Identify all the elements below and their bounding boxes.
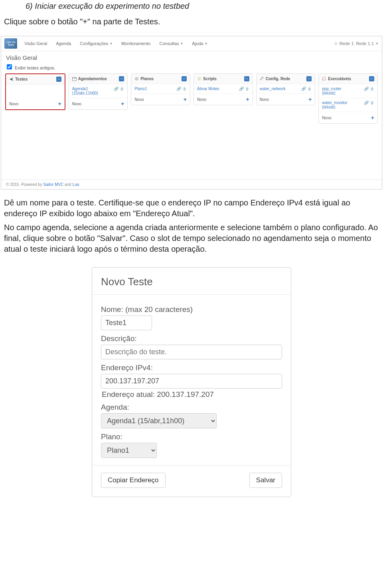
list-item[interactable]: water_monitor (telosb) 🔗🗑 — [319, 98, 377, 112]
plus-icon[interactable]: + — [308, 96, 312, 103]
app-footer: © 2015. Powered by Sailor MVC and Lua — [1, 180, 382, 189]
plus-icon[interactable]: + — [184, 96, 187, 103]
page-title: Visão Geral — [1, 51, 382, 63]
name-input[interactable] — [101, 316, 152, 330]
panel-title-text: Planos — [140, 77, 154, 81]
footer-prefix: © 2015. Powered by — [6, 182, 43, 187]
name-label: Nome: (max 20 caracteres) — [101, 305, 282, 314]
novo-label: Novo — [197, 97, 206, 102]
modal-title: Novo Teste — [92, 268, 291, 295]
modal-screenshot: Novo Teste Nome: (max 20 caracteres) Des… — [0, 262, 383, 509]
panel-testes: Testes − Novo + — [5, 73, 65, 110]
footer-mid: and — [63, 182, 72, 187]
novo-teste-modal: Novo Teste Nome: (max 20 caracteres) Des… — [92, 267, 291, 497]
link-icon[interactable]: 🔗 — [239, 87, 244, 91]
panel-title-text: Config. Rede — [266, 77, 290, 81]
plus-icon[interactable]: + — [121, 101, 124, 107]
ipv4-current-note: Endereço atual: 200.137.197.207 — [102, 390, 282, 399]
trash-icon[interactable]: 🗑 — [308, 87, 312, 91]
link-icon[interactable]: 🔗 — [364, 101, 369, 105]
plano-select[interactable]: Plano1 — [101, 443, 157, 458]
link-icon[interactable]: 🔗 — [176, 87, 181, 91]
nav-ajuda[interactable]: Ajuda▼ — [189, 39, 211, 47]
trash-icon[interactable]: 🗑 — [370, 87, 374, 91]
plus-icon[interactable]: + — [371, 114, 374, 121]
panel-planos: Planos − Plano1 🔗🗑 Novo + — [131, 73, 190, 105]
link-icon[interactable]: 🔗 — [301, 87, 306, 91]
list-item[interactable]: Ativar Motes 🔗🗑 — [194, 84, 253, 94]
arrow-icon — [9, 77, 14, 81]
nav-visao-geral[interactable]: Visão Geral — [21, 39, 50, 47]
nav-monitoramento[interactable]: Monitoramento — [118, 39, 154, 47]
panel-new-row[interactable]: Novo + — [69, 98, 128, 109]
nav-configuracoes[interactable]: Configurações▼ — [77, 39, 116, 47]
caret-down-icon: ▼ — [180, 42, 183, 45]
calendar-icon — [72, 77, 77, 81]
nav-links: Visão Geral Agenda Configurações▼ Monito… — [21, 39, 334, 47]
panel-title: Executáveis — [322, 77, 351, 81]
panel-title: Planos — [134, 77, 154, 81]
collapse-icon[interactable]: − — [182, 76, 187, 81]
panel-new-row[interactable]: Novo + — [194, 94, 253, 105]
novo-label: Novo — [134, 97, 144, 102]
checkbox-input[interactable] — [7, 64, 12, 69]
svg-point-3 — [136, 78, 137, 79]
list-item[interactable]: water_network 🔗🗑 — [257, 84, 315, 94]
plus-icon[interactable]: + — [58, 101, 61, 107]
trash-icon[interactable]: 🗑 — [245, 87, 249, 91]
collapse-icon[interactable]: − — [369, 76, 374, 81]
panel-new-row[interactable]: Novo + — [319, 112, 377, 123]
show-old-tests-checkbox[interactable]: Exibir testes antigos. — [1, 63, 382, 73]
nav-agenda[interactable]: Agenda — [53, 39, 74, 47]
list-item[interactable]: Plano1 🔗🗑 — [131, 84, 190, 94]
link-icon[interactable]: 🔗 — [364, 87, 369, 91]
trash-icon[interactable]: 🗑 — [370, 101, 374, 105]
trash-icon[interactable]: 🗑 — [183, 87, 187, 91]
item-name: water_monitor — [322, 101, 347, 105]
ipv4-label: Endereço IPv4: — [101, 363, 282, 372]
caret-down-icon: ▼ — [375, 42, 379, 45]
panel-new-row[interactable]: Novo + — [6, 98, 65, 109]
link-icon[interactable]: 🔗 — [114, 87, 118, 91]
item-name: ppp_router — [322, 87, 341, 91]
panel-new-row[interactable]: Novo + — [131, 94, 190, 105]
plano-label: Plano: — [101, 432, 282, 441]
collapse-icon[interactable]: − — [119, 76, 124, 81]
item-name: water_network — [260, 87, 286, 91]
save-button[interactable]: Salvar — [249, 473, 282, 488]
list-item[interactable]: ppp_router (telosb) 🔗🗑 — [319, 84, 377, 98]
item-name: Agenda1 — [72, 87, 88, 91]
desc-input[interactable] — [101, 345, 282, 359]
paragraph-3: No campo agenda, selecione a agenda cria… — [4, 222, 379, 255]
item-name: Ativar Motes — [197, 87, 219, 91]
panel-new-row[interactable]: Novo + — [257, 94, 315, 105]
gears-icon — [134, 77, 139, 81]
plus-icon[interactable]: + — [246, 96, 249, 103]
collapse-icon[interactable]: − — [56, 77, 61, 82]
panel-agendamentos: Agendamentos − Agenda1 (15/abr,11h00) 🔗🗑… — [69, 73, 128, 110]
item-sub: (telosb) — [322, 91, 335, 95]
footer-link-sailor[interactable]: Sailor MVC — [43, 182, 64, 187]
nav-consultas[interactable]: Consultas▼ — [156, 39, 186, 47]
footer-link-lua[interactable]: Lua — [72, 182, 79, 187]
agenda-label: Agenda: — [101, 403, 282, 412]
list-item[interactable]: Agenda1 (15/abr,11h00) 🔗🗑 — [69, 84, 128, 98]
panel-title-text: Agendamentos — [78, 77, 107, 81]
wrench-icon — [260, 77, 264, 81]
checkbox-label: Exibir testes antigos. — [15, 65, 55, 70]
novo-label: Novo — [9, 102, 18, 106]
collapse-icon[interactable]: − — [244, 76, 249, 81]
paragraph-2: Dê um nome para o teste. Certifique-se q… — [4, 197, 379, 219]
trash-icon[interactable]: 🗑 — [120, 87, 124, 91]
ipv4-input[interactable] — [101, 374, 282, 389]
panel-scripts: Scripts − Ativar Motes 🔗🗑 Novo + — [193, 73, 253, 105]
agenda-select[interactable]: Agenda1 (15/abr,11h00) — [101, 413, 217, 428]
network-selector[interactable]: ☆ Rede 1: Rede 1.1 ▼ — [334, 41, 379, 46]
app-logo: Céu na Terra — [4, 38, 17, 49]
novo-label: Novo — [72, 102, 81, 106]
list-icon — [197, 77, 201, 81]
collapse-icon[interactable]: − — [306, 76, 312, 81]
panel-title-text: Scripts — [203, 77, 217, 81]
item-sub: (telosb) — [322, 105, 335, 109]
copy-address-button[interactable]: Copiar Endereço — [101, 473, 166, 488]
